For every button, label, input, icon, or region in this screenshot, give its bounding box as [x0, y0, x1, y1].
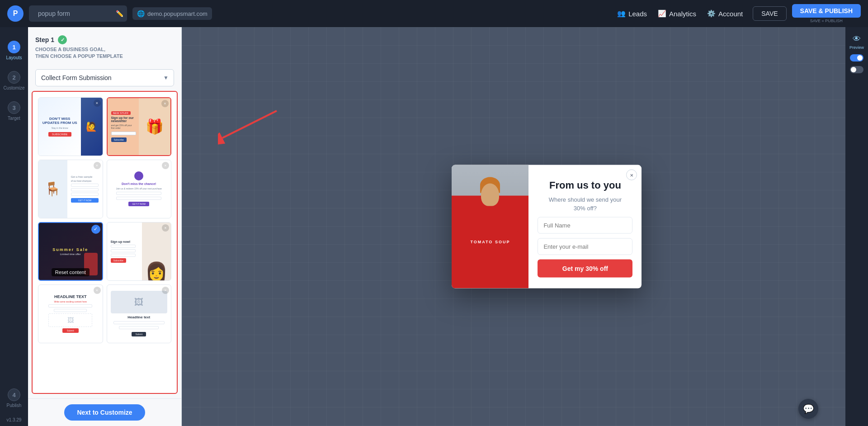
- template-card-1[interactable]: DON'T MISSUPDATES FROM US Stay in the kn…: [38, 97, 103, 156]
- card-7-close[interactable]: ×: [94, 287, 101, 294]
- popup-email-input[interactable]: [538, 238, 632, 255]
- template-grid: DON'T MISSUPDATES FROM US Stay in the kn…: [32, 91, 178, 394]
- popup-subtitle: Where should we send your30% off?: [538, 196, 632, 212]
- svg-line-1: [222, 111, 277, 138]
- step-1-circle: 1: [8, 41, 20, 53]
- card-5-check: ✓: [91, 225, 100, 234]
- save-note: SAVE = PUBLISH: [810, 19, 843, 23]
- analytics-icon: 📈: [658, 9, 666, 18]
- account-link[interactable]: ⚙️ Account: [703, 7, 747, 20]
- toggle-knob-2: [851, 67, 856, 72]
- version-label: v1.3.29: [0, 417, 28, 422]
- account-icon: ⚙️: [707, 9, 716, 18]
- analytics-label: Analytics: [669, 10, 696, 18]
- panel-header: Step 1 ✓ CHOOSE A BUSINESS GOAL,THEN CHO…: [28, 27, 181, 65]
- template-card-7[interactable]: HEADLINE TEXT Write some exciting conten…: [38, 284, 103, 343]
- step-check-icon: ✓: [58, 35, 67, 44]
- step-2-circle: 2: [8, 71, 20, 84]
- step-subtitle: CHOOSE A BUSINESS GOAL,THEN CHOOSE A POP…: [35, 46, 174, 60]
- step-sidebar: 1 Layouts 2 Customize 3 Target 4 Publish…: [0, 27, 28, 426]
- globe-icon: 🌐: [137, 10, 145, 17]
- leads-link[interactable]: 👥 Leads: [613, 7, 651, 20]
- arrow-indicator: [218, 109, 281, 145]
- card-4-close[interactable]: ×: [162, 162, 169, 169]
- url-text: demo.popupsmart.com: [147, 10, 208, 17]
- card-1-close[interactable]: ×: [94, 99, 101, 107]
- toggle-knob-1: [857, 55, 863, 61]
- sweater-text: TOMATO SOUP: [470, 239, 510, 245]
- edit-icon[interactable]: ✏️: [116, 10, 123, 17]
- girl-body-sweater: TOMATO SOUP: [452, 196, 528, 289]
- url-display: 🌐 demo.popupsmart.com: [132, 7, 212, 20]
- preview-label: Preview: [849, 45, 864, 50]
- step-title: Step 1: [35, 36, 54, 43]
- popup-modal: TOMATO SOUP × From us to you Where shoul…: [452, 165, 642, 289]
- step-3-label: Target: [8, 116, 20, 121]
- template-card-5[interactable]: Summer Sale Limited time offer ✓ Reset c…: [38, 222, 103, 281]
- card-2-close[interactable]: ×: [161, 100, 169, 107]
- card-6-close[interactable]: ×: [162, 224, 169, 232]
- template-card-3[interactable]: 🪑 Get a free sample of our best shampoo …: [38, 160, 103, 218]
- step-2-label: Customize: [3, 85, 24, 90]
- layouts-panel: Step 1 ✓ CHOOSE A BUSINESS GOAL,THEN CHO…: [28, 27, 182, 426]
- next-to-customize-button[interactable]: Next to Customize: [64, 404, 145, 421]
- leads-label: Leads: [628, 10, 647, 18]
- card-8-close[interactable]: ×: [162, 287, 169, 294]
- canvas-area: TOMATO SOUP × From us to you Where shoul…: [182, 27, 845, 426]
- template-card-8[interactable]: 🖼 Headline text Submit ×: [107, 284, 172, 343]
- eye-icon: 👁: [853, 34, 861, 44]
- step-1-label: Layouts: [6, 55, 22, 60]
- step-3-item[interactable]: 3 Target: [0, 97, 28, 125]
- right-preview-panel: 👁 Preview: [845, 27, 868, 426]
- goal-dropdown-wrapper: Collect Form Submission ▼: [35, 69, 174, 86]
- panel-footer: Next to Customize: [28, 398, 181, 426]
- step-1-item[interactable]: 1 Layouts: [0, 36, 28, 65]
- template-card-6[interactable]: Sign up now! Subscribe 👩 ×: [107, 222, 172, 281]
- popup-close-button[interactable]: ×: [626, 170, 637, 180]
- popup-cta-button[interactable]: Get my 30% off: [538, 259, 632, 277]
- logo-button[interactable]: P: [7, 5, 24, 22]
- popup-fullname-input[interactable]: [538, 217, 632, 233]
- leads-icon: 👥: [617, 9, 626, 18]
- step-2-item[interactable]: 2 Customize: [0, 66, 28, 95]
- card-3-close[interactable]: ×: [94, 162, 101, 169]
- step-4-label: Publish: [7, 403, 22, 408]
- step-title-row: Step 1 ✓: [35, 35, 174, 44]
- search-input[interactable]: [33, 7, 114, 20]
- popup-left-panel: TOMATO SOUP: [452, 165, 528, 289]
- chat-bubble-button[interactable]: 💬: [798, 399, 818, 419]
- goal-dropdown[interactable]: Collect Form Submission: [35, 69, 174, 86]
- toggle-on[interactable]: [850, 54, 863, 62]
- toggle-off[interactable]: [850, 66, 863, 73]
- save-button[interactable]: SAVE: [753, 6, 786, 21]
- logo-letter: P: [13, 9, 18, 18]
- template-card-2[interactable]: NEW STUFF Sign up for our newsletter and…: [107, 97, 172, 156]
- save-publish-button[interactable]: SAVE & PUBLISH: [792, 4, 861, 18]
- girl-image: TOMATO SOUP: [452, 165, 528, 289]
- preview-button[interactable]: 👁 Preview: [849, 34, 864, 50]
- main-area: 1 Layouts 2 Customize 3 Target 4 Publish…: [0, 27, 868, 426]
- analytics-link[interactable]: 📈 Analytics: [653, 7, 701, 20]
- step-4-circle: 4: [8, 388, 20, 401]
- reset-content-label[interactable]: Reset content: [52, 268, 90, 276]
- step-3-circle: 3: [8, 101, 20, 114]
- toggle-row-1: [850, 54, 863, 62]
- nav-links: 👥 Leads 📈 Analytics ⚙️ Account: [613, 7, 747, 20]
- toggle-row-2: [850, 66, 863, 73]
- top-navigation: P ✏️ 🌐 demo.popupsmart.com 👥 Leads 📈 Ana…: [0, 0, 868, 27]
- popup-right-panel: × From us to you Where should we send yo…: [528, 165, 642, 289]
- popup-title: From us to you: [538, 180, 632, 191]
- template-card-4[interactable]: Don't miss the chance! Join us & redeem …: [107, 160, 172, 218]
- girl-head: [481, 184, 499, 206]
- account-label: Account: [718, 10, 743, 18]
